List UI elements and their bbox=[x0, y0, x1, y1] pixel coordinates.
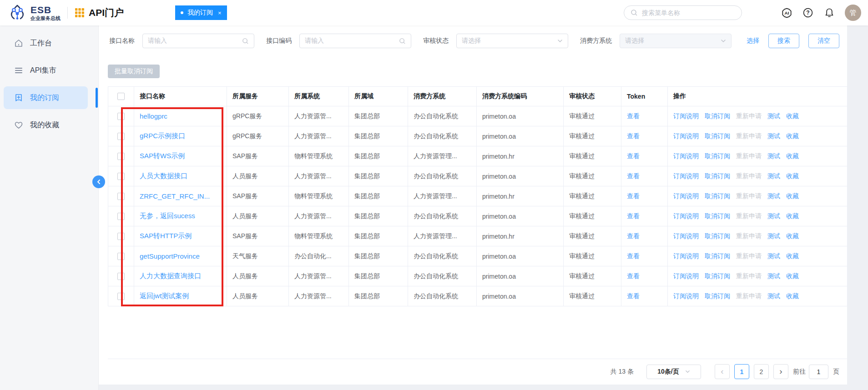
api-name-link[interactable]: 人力大数据查询接口 bbox=[140, 272, 201, 280]
token-view-link[interactable]: 查看 bbox=[627, 252, 640, 260]
token-view-link[interactable]: 查看 bbox=[627, 172, 640, 180]
token-view-link[interactable]: 查看 bbox=[627, 152, 640, 160]
action-link[interactable]: 取消订阅 bbox=[705, 232, 730, 240]
action-link[interactable]: 订阅说明 bbox=[673, 232, 699, 240]
help-icon[interactable]: ? bbox=[802, 7, 814, 19]
action-link[interactable]: 订阅说明 bbox=[673, 292, 699, 300]
action-link[interactable]: 测试 bbox=[767, 152, 780, 160]
search-button[interactable]: 搜索 bbox=[768, 34, 799, 48]
api-name-link[interactable]: SAP转WS示例 bbox=[140, 152, 185, 160]
token-view-link[interactable]: 查看 bbox=[627, 112, 640, 120]
action-link[interactable]: 测试 bbox=[767, 172, 780, 180]
row-checkbox[interactable] bbox=[117, 153, 125, 160]
action-link[interactable]: 订阅说明 bbox=[673, 112, 699, 120]
action-link[interactable]: 订阅说明 bbox=[673, 272, 699, 280]
prev-page-button[interactable]: ‹ bbox=[715, 364, 730, 379]
action-link[interactable]: 订阅说明 bbox=[673, 132, 699, 140]
action-link[interactable]: 取消订阅 bbox=[705, 152, 730, 160]
action-link[interactable]: 取消订阅 bbox=[705, 172, 730, 180]
sidebar-item-my-favorites[interactable]: 我的收藏 bbox=[4, 114, 88, 136]
row-checkbox[interactable] bbox=[117, 193, 125, 200]
sidebar-item-my-subscriptions[interactable]: 我的订阅 bbox=[4, 86, 88, 109]
next-page-button[interactable]: › bbox=[773, 364, 788, 379]
row-checkbox[interactable] bbox=[117, 173, 125, 180]
action-link[interactable]: 取消订阅 bbox=[705, 192, 730, 200]
action-link[interactable]: 取消订阅 bbox=[705, 212, 730, 220]
clear-button[interactable]: 清空 bbox=[808, 34, 839, 48]
page-size-select[interactable]: 10条/页 bbox=[646, 365, 701, 379]
action-link[interactable]: 订阅说明 bbox=[673, 172, 699, 180]
action-link[interactable]: 测试 bbox=[767, 232, 780, 240]
row-checkbox[interactable] bbox=[117, 273, 125, 280]
token-view-link[interactable]: 查看 bbox=[627, 212, 640, 220]
tab-my-subscriptions[interactable]: 我的订阅 × bbox=[175, 5, 227, 20]
action-link[interactable]: 订阅说明 bbox=[673, 192, 699, 200]
row-checkbox[interactable] bbox=[117, 293, 125, 300]
notification-bell-icon[interactable] bbox=[823, 7, 835, 19]
sidebar-item-api-market[interactable]: API集市 bbox=[4, 59, 88, 82]
action-link[interactable]: 收藏 bbox=[786, 152, 799, 160]
row-checkbox[interactable] bbox=[117, 213, 125, 220]
row-checkbox[interactable] bbox=[117, 233, 125, 240]
row-checkbox[interactable] bbox=[117, 253, 125, 260]
menu-search-input[interactable] bbox=[641, 9, 740, 17]
sidebar-collapse-button[interactable] bbox=[92, 175, 105, 188]
action-link[interactable]: 取消订阅 bbox=[705, 112, 730, 120]
user-avatar[interactable]: 管 bbox=[845, 5, 861, 21]
action-link[interactable]: 测试 bbox=[767, 192, 780, 200]
token-view-link[interactable]: 查看 bbox=[627, 192, 640, 200]
action-link[interactable]: 测试 bbox=[767, 212, 780, 220]
api-name-link[interactable]: getSupportProvince bbox=[140, 252, 200, 260]
token-view-link[interactable]: 查看 bbox=[627, 232, 640, 240]
page-button-2[interactable]: 2 bbox=[754, 364, 769, 379]
token-view-link[interactable]: 查看 bbox=[627, 292, 640, 300]
action-link[interactable]: 测试 bbox=[767, 252, 780, 260]
action-link[interactable]: 取消订阅 bbox=[705, 252, 730, 260]
action-link[interactable]: 收藏 bbox=[786, 192, 799, 200]
api-name-link[interactable]: 无参，返回sucess bbox=[140, 212, 195, 220]
action-link[interactable]: 收藏 bbox=[786, 172, 799, 180]
action-link[interactable]: 订阅说明 bbox=[673, 212, 699, 220]
action-link[interactable]: 订阅说明 bbox=[673, 252, 699, 260]
page-button-1[interactable]: 1 bbox=[734, 364, 749, 379]
action-link[interactable]: 收藏 bbox=[786, 132, 799, 140]
action-link[interactable]: 收藏 bbox=[786, 272, 799, 280]
filter-audit-status-select[interactable]: 请选择 bbox=[456, 34, 568, 48]
cell-system: 人力资源管... bbox=[289, 166, 349, 186]
action-link[interactable]: 取消订阅 bbox=[705, 132, 730, 140]
action-link[interactable]: 取消订阅 bbox=[705, 292, 730, 300]
token-view-link[interactable]: 查看 bbox=[627, 132, 640, 140]
action-link[interactable]: 收藏 bbox=[786, 112, 799, 120]
filter-api-name-input[interactable]: 请输入 bbox=[142, 34, 254, 48]
action-link[interactable]: 取消订阅 bbox=[705, 272, 730, 280]
action-link[interactable]: 收藏 bbox=[786, 232, 799, 240]
row-checkbox[interactable] bbox=[117, 113, 125, 120]
api-name-link[interactable]: ZRFC_GET_RFC_IN... bbox=[140, 192, 210, 200]
select-all-checkbox[interactable] bbox=[117, 93, 125, 100]
action-link[interactable]: 收藏 bbox=[786, 252, 799, 260]
tab-close-icon[interactable]: × bbox=[218, 10, 222, 16]
row-checkbox[interactable] bbox=[117, 133, 125, 140]
api-name-link[interactable]: SAP转HTTP示例 bbox=[140, 232, 192, 240]
api-name-link[interactable]: 返回jwt测试案例 bbox=[140, 292, 189, 300]
sidebar-item-workbench[interactable]: 工作台 bbox=[4, 32, 88, 55]
goto-page-input[interactable] bbox=[809, 365, 828, 379]
api-name-link[interactable]: 人员大数据接口 bbox=[140, 172, 187, 180]
filter-consumer-system-select[interactable]: 请选择 bbox=[620, 34, 732, 48]
action-link[interactable]: 测试 bbox=[767, 272, 780, 280]
ai-assistant-icon[interactable]: AI bbox=[781, 7, 792, 19]
menu-search-box[interactable] bbox=[624, 5, 742, 20]
action-link[interactable]: 测试 bbox=[767, 112, 780, 120]
bookmark-plus-icon bbox=[14, 93, 23, 102]
token-view-link[interactable]: 查看 bbox=[627, 272, 640, 280]
api-name-link[interactable]: hellogprc bbox=[140, 112, 167, 120]
action-link[interactable]: 订阅说明 bbox=[673, 152, 699, 160]
batch-unsubscribe-button[interactable]: 批量取消订阅 bbox=[108, 65, 160, 78]
choose-link[interactable]: 选择 bbox=[747, 37, 759, 45]
filter-api-code-input[interactable]: 请输入 bbox=[299, 34, 411, 48]
action-link[interactable]: 收藏 bbox=[786, 292, 799, 300]
action-link[interactable]: 收藏 bbox=[786, 212, 799, 220]
action-link[interactable]: 测试 bbox=[767, 132, 780, 140]
action-link[interactable]: 测试 bbox=[767, 292, 780, 300]
api-name-link[interactable]: gRPC示例接口 bbox=[140, 132, 185, 140]
